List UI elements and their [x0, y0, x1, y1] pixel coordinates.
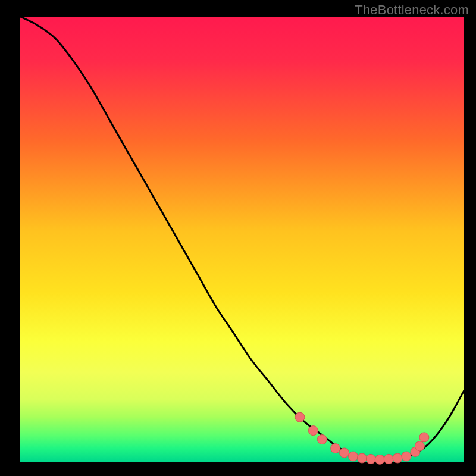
chart-marker — [393, 453, 402, 463]
chart-marker — [375, 455, 384, 464]
chart-marker — [331, 444, 340, 453]
bottleneck-chart — [0, 0, 476, 476]
chart-marker — [340, 448, 349, 458]
chart-marker — [384, 455, 393, 464]
chart-stage: TheBottleneck.com — [0, 0, 476, 476]
chart-marker — [295, 412, 305, 422]
chart-marker — [317, 435, 327, 444]
chart-marker — [357, 453, 367, 463]
watermark-text: TheBottleneck.com — [355, 2, 469, 18]
chart-marker — [402, 452, 411, 461]
chart-marker — [366, 455, 375, 464]
chart-marker — [349, 452, 358, 461]
chart-marker — [308, 426, 318, 436]
plot-area — [20, 17, 464, 462]
chart-marker — [415, 441, 424, 451]
chart-marker — [419, 433, 429, 442]
